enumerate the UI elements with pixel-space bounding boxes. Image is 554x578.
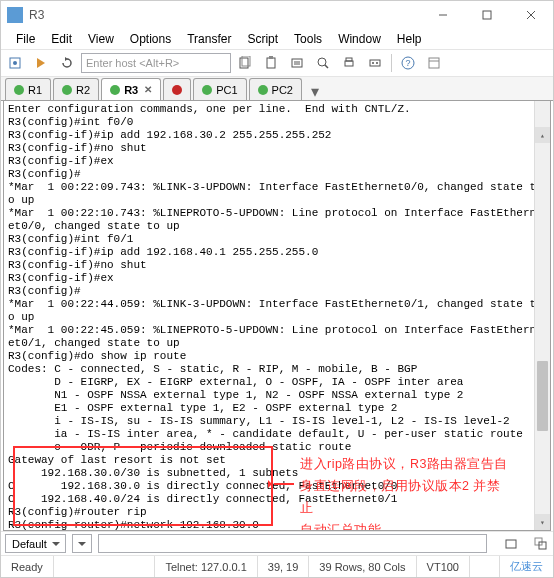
connect-icon[interactable]: [3, 51, 27, 75]
tab-dropdown-icon[interactable]: ▾: [306, 82, 324, 100]
paste-icon[interactable]: [259, 51, 283, 75]
print-icon[interactable]: [337, 51, 361, 75]
terminal-line: R3(config-if)#ip add 192.168.30.2 255.25…: [8, 129, 546, 142]
annotation-arrow-icon: [274, 483, 294, 485]
send-select[interactable]: [72, 534, 92, 553]
settings-icon[interactable]: [422, 51, 446, 75]
terminal-line: Codes: C - connected, S - static, R - RI…: [8, 363, 546, 376]
app-icon: [7, 7, 23, 23]
status-spacer: [54, 556, 156, 577]
scroll-up-icon[interactable]: ▴: [535, 127, 550, 143]
keymap-select[interactable]: Default: [5, 534, 66, 553]
svg-marker-6: [37, 58, 45, 68]
svg-text:?: ?: [405, 58, 410, 68]
tab-label: R2: [76, 84, 90, 96]
scroll-thumb[interactable]: [537, 361, 548, 431]
tab-r1[interactable]: R1: [5, 78, 51, 100]
terminal-line: R3(config)#: [8, 285, 546, 298]
quick-connect-icon[interactable]: [29, 51, 53, 75]
close-tab-icon[interactable]: ✕: [144, 84, 152, 95]
terminal-line: i - IS-IS, su - IS-IS summary, L1 - IS-I…: [8, 415, 546, 428]
terminal-line: R3(config-if)#ip add 192.168.40.1 255.25…: [8, 246, 546, 259]
menu-window[interactable]: Window: [331, 30, 388, 48]
menu-script[interactable]: Script: [240, 30, 285, 48]
terminal[interactable]: Enter configuration commands, one per li…: [3, 101, 551, 531]
tabbar: R1 R2 R3✕ PC1 PC2 ▾: [1, 77, 553, 101]
menu-view[interactable]: View: [81, 30, 121, 48]
menu-help[interactable]: Help: [390, 30, 429, 48]
svg-rect-18: [346, 58, 352, 61]
menu-edit[interactable]: Edit: [44, 30, 79, 48]
svg-point-21: [376, 62, 378, 64]
svg-rect-12: [292, 59, 302, 67]
svg-line-16: [325, 65, 328, 68]
tab-r3[interactable]: R3✕: [101, 78, 161, 100]
terminal-line: o up: [8, 194, 546, 207]
terminal-line: *Mar 1 00:22:44.059: %LINK-3-UPDOWN: Int…: [8, 298, 546, 311]
scroll-down-icon[interactable]: ▾: [535, 514, 550, 530]
menu-transfer[interactable]: Transfer: [180, 30, 238, 48]
status-ready: Ready: [1, 556, 54, 577]
status-telnet: Telnet: 127.0.0.1: [155, 556, 257, 577]
terminal-line: D - EIGRP, EX - EIGRP external, O - OSPF…: [8, 376, 546, 389]
status-dot-icon: [202, 85, 212, 95]
terminal-line: et0/1, changed state to up: [8, 337, 546, 350]
svg-rect-24: [429, 58, 439, 68]
status-dimensions: 39 Rows, 80 Cols: [309, 556, 416, 577]
session-icon[interactable]: [499, 532, 523, 556]
maximize-button[interactable]: [465, 1, 509, 29]
reconnect-icon[interactable]: [55, 51, 79, 75]
terminal-line: ia - IS-IS inter area, * - candidate def…: [8, 428, 546, 441]
properties-icon[interactable]: [285, 51, 309, 75]
terminal-line: R3(config)#int f0/0: [8, 116, 546, 129]
svg-rect-10: [267, 58, 275, 68]
close-button[interactable]: [509, 1, 553, 29]
svg-marker-7: [65, 57, 68, 61]
terminal-line: et0/0, changed state to up: [8, 220, 546, 233]
terminal-line: R3(config)#int f0/1: [8, 233, 546, 246]
toolbar: Enter host <Alt+R> ?: [1, 49, 553, 77]
terminal-line: *Mar 1 00:22:09.743: %LINK-3-UPDOWN: Int…: [8, 181, 546, 194]
tab-label: PC1: [216, 84, 237, 96]
minimize-button[interactable]: [421, 1, 465, 29]
host-placeholder: Enter host <Alt+R>: [86, 57, 179, 69]
scrollbar[interactable]: ▴ ▾: [534, 101, 550, 530]
status-dot-icon: [258, 85, 268, 95]
tab-label: R3: [124, 84, 138, 96]
terminal-line: N1 - OSPF NSSA external type 1, N2 - OSP…: [8, 389, 546, 402]
tab-pc2[interactable]: PC2: [249, 78, 302, 100]
svg-rect-19: [370, 60, 380, 66]
svg-rect-11: [269, 56, 273, 59]
terminal-line: R3(config)#do show ip route: [8, 350, 546, 363]
separator: [391, 54, 392, 72]
status-dot-icon: [172, 85, 182, 95]
send-input[interactable]: [98, 534, 487, 553]
terminal-line: E1 - OSPF external type 1, E2 - OSPF ext…: [8, 402, 546, 415]
help-icon[interactable]: ?: [396, 51, 420, 75]
tab-disconnected[interactable]: [163, 78, 191, 100]
tab-r2[interactable]: R2: [53, 78, 99, 100]
svg-point-20: [372, 62, 374, 64]
statusbar: Ready Telnet: 127.0.0.1 39, 19 39 Rows, …: [1, 555, 553, 577]
menubar: File Edit View Options Transfer Script T…: [1, 29, 553, 49]
cascade-icon[interactable]: [529, 532, 553, 556]
status-emulation: VT100: [417, 556, 470, 577]
tab-pc1[interactable]: PC1: [193, 78, 246, 100]
status-flag: [470, 556, 500, 577]
find-icon[interactable]: [311, 51, 335, 75]
window-buttons: [421, 1, 553, 29]
tab-label: PC2: [272, 84, 293, 96]
svg-rect-1: [483, 11, 491, 19]
svg-point-5: [13, 61, 17, 65]
terminal-line: o up: [8, 311, 546, 324]
options-icon[interactable]: [363, 51, 387, 75]
copy-icon[interactable]: [233, 51, 257, 75]
host-input[interactable]: Enter host <Alt+R>: [81, 53, 231, 73]
menu-tools[interactable]: Tools: [287, 30, 329, 48]
tab-label: R1: [28, 84, 42, 96]
terminal-line: R3(config-if)#ex: [8, 272, 546, 285]
svg-point-15: [318, 58, 326, 66]
status-dot-icon: [62, 85, 72, 95]
menu-file[interactable]: File: [9, 30, 42, 48]
menu-options[interactable]: Options: [123, 30, 178, 48]
